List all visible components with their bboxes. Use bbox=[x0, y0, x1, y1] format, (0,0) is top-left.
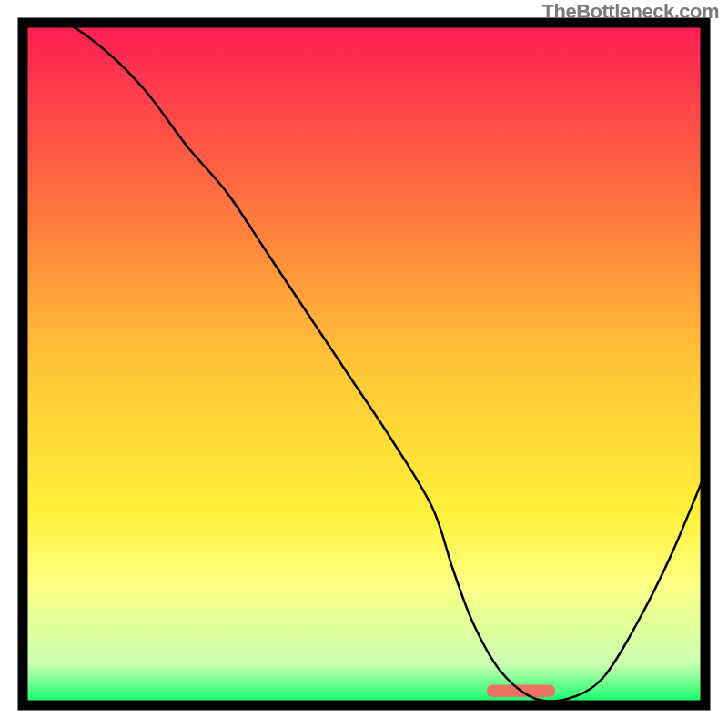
plot-svg bbox=[0, 0, 728, 728]
plot-background bbox=[23, 23, 705, 705]
bottleneck-chart: TheBottleneck.com bbox=[0, 0, 728, 728]
watermark-text: TheBottleneck.com bbox=[542, 0, 719, 24]
